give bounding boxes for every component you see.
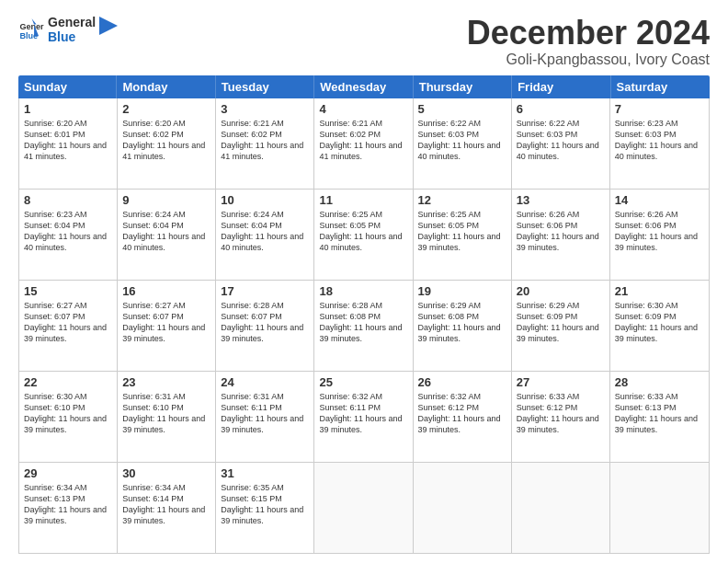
day-info: Sunrise: 6:26 AMSunset: 6:06 PMDaylight:… — [615, 209, 704, 254]
day-cell-12: 12Sunrise: 6:25 AMSunset: 6:05 PMDayligh… — [414, 190, 512, 280]
day-info: Sunrise: 6:35 AMSunset: 6:15 PMDaylight:… — [221, 482, 309, 527]
day-cell-9: 9Sunrise: 6:24 AMSunset: 6:04 PMDaylight… — [118, 190, 216, 280]
page: General Blue General Blue December 2024 … — [0, 0, 728, 563]
day-number: 19 — [418, 284, 506, 298]
day-cell-19: 19Sunrise: 6:29 AMSunset: 6:08 PMDayligh… — [414, 281, 512, 371]
day-number: 8 — [24, 193, 112, 207]
day-number: 15 — [24, 284, 112, 298]
day-cell-15: 15Sunrise: 6:27 AMSunset: 6:07 PMDayligh… — [19, 281, 118, 371]
header-day-friday: Friday — [512, 75, 610, 98]
day-cell-2: 2Sunrise: 6:20 AMSunset: 6:02 PMDaylight… — [118, 98, 216, 189]
header-day-sunday: Sunday — [18, 75, 117, 98]
day-info: Sunrise: 6:30 AMSunset: 6:10 PMDaylight:… — [24, 391, 112, 436]
calendar: SundayMondayTuesdayWednesdayThursdayFrid… — [18, 75, 710, 554]
day-cell-30: 30Sunrise: 6:34 AMSunset: 6:14 PMDayligh… — [118, 463, 216, 553]
day-cell-29: 29Sunrise: 6:34 AMSunset: 6:13 PMDayligh… — [19, 463, 118, 553]
day-number: 29 — [24, 466, 112, 480]
empty-cell-w4c6 — [610, 463, 709, 553]
day-info: Sunrise: 6:32 AMSunset: 6:12 PMDaylight:… — [418, 391, 506, 436]
day-cell-18: 18Sunrise: 6:28 AMSunset: 6:08 PMDayligh… — [314, 281, 413, 371]
header-day-wednesday: Wednesday — [314, 75, 413, 98]
day-number: 6 — [517, 102, 605, 116]
svg-marker-3 — [99, 17, 118, 35]
day-number: 28 — [615, 375, 704, 389]
day-info: Sunrise: 6:21 AMSunset: 6:02 PMDaylight:… — [221, 118, 309, 163]
day-cell-20: 20Sunrise: 6:29 AMSunset: 6:09 PMDayligh… — [512, 281, 610, 371]
day-number: 30 — [122, 466, 210, 480]
day-number: 11 — [319, 193, 407, 207]
day-number: 23 — [122, 375, 210, 389]
calendar-body: 1Sunrise: 6:20 AMSunset: 6:01 PMDaylight… — [18, 98, 710, 554]
day-info: Sunrise: 6:25 AMSunset: 6:05 PMDaylight:… — [418, 209, 506, 254]
day-number: 1 — [24, 102, 112, 116]
day-number: 31 — [221, 466, 309, 480]
week-row-2: 8Sunrise: 6:23 AMSunset: 6:04 PMDaylight… — [19, 190, 709, 281]
title-block: December 2024 Goli-Kpangbassou, Ivory Co… — [467, 15, 710, 68]
day-number: 17 — [221, 284, 309, 298]
day-info: Sunrise: 6:23 AMSunset: 6:04 PMDaylight:… — [24, 209, 112, 254]
day-number: 21 — [615, 284, 704, 298]
day-info: Sunrise: 6:24 AMSunset: 6:04 PMDaylight:… — [122, 209, 210, 254]
header: General Blue General Blue December 2024 … — [18, 15, 710, 68]
header-day-tuesday: Tuesday — [216, 75, 314, 98]
header-day-saturday: Saturday — [611, 75, 710, 98]
day-cell-3: 3Sunrise: 6:21 AMSunset: 6:02 PMDaylight… — [216, 98, 314, 189]
day-cell-27: 27Sunrise: 6:33 AMSunset: 6:12 PMDayligh… — [512, 372, 610, 462]
day-cell-26: 26Sunrise: 6:32 AMSunset: 6:12 PMDayligh… — [414, 372, 512, 462]
day-cell-24: 24Sunrise: 6:31 AMSunset: 6:11 PMDayligh… — [216, 372, 314, 462]
day-cell-5: 5Sunrise: 6:22 AMSunset: 6:03 PMDaylight… — [414, 98, 512, 189]
day-info: Sunrise: 6:24 AMSunset: 6:04 PMDaylight:… — [221, 209, 309, 254]
week-row-1: 1Sunrise: 6:20 AMSunset: 6:01 PMDaylight… — [19, 98, 709, 190]
day-cell-28: 28Sunrise: 6:33 AMSunset: 6:13 PMDayligh… — [610, 372, 709, 462]
day-cell-7: 7Sunrise: 6:23 AMSunset: 6:03 PMDaylight… — [610, 98, 709, 189]
day-info: Sunrise: 6:34 AMSunset: 6:14 PMDaylight:… — [122, 482, 210, 527]
month-title: December 2024 — [467, 15, 710, 52]
day-number: 4 — [319, 102, 407, 116]
day-cell-1: 1Sunrise: 6:20 AMSunset: 6:01 PMDaylight… — [19, 98, 118, 189]
day-number: 22 — [24, 375, 112, 389]
day-info: Sunrise: 6:31 AMSunset: 6:10 PMDaylight:… — [122, 391, 210, 436]
logo-icon: General Blue — [18, 17, 44, 42]
week-row-3: 15Sunrise: 6:27 AMSunset: 6:07 PMDayligh… — [19, 281, 709, 372]
day-cell-16: 16Sunrise: 6:27 AMSunset: 6:07 PMDayligh… — [118, 281, 216, 371]
day-info: Sunrise: 6:31 AMSunset: 6:11 PMDaylight:… — [221, 391, 309, 436]
day-number: 25 — [319, 375, 407, 389]
day-cell-14: 14Sunrise: 6:26 AMSunset: 6:06 PMDayligh… — [610, 190, 709, 280]
day-info: Sunrise: 6:32 AMSunset: 6:11 PMDaylight:… — [319, 391, 407, 436]
day-cell-13: 13Sunrise: 6:26 AMSunset: 6:06 PMDayligh… — [512, 190, 610, 280]
day-number: 7 — [615, 102, 704, 116]
day-number: 18 — [319, 284, 407, 298]
day-number: 9 — [122, 193, 210, 207]
empty-cell-w4c4 — [414, 463, 512, 553]
logo: General Blue General Blue — [18, 15, 118, 44]
day-cell-25: 25Sunrise: 6:32 AMSunset: 6:11 PMDayligh… — [314, 372, 413, 462]
day-info: Sunrise: 6:20 AMSunset: 6:01 PMDaylight:… — [24, 118, 112, 163]
day-info: Sunrise: 6:29 AMSunset: 6:08 PMDaylight:… — [418, 300, 506, 345]
day-info: Sunrise: 6:20 AMSunset: 6:02 PMDaylight:… — [122, 118, 210, 163]
day-info: Sunrise: 6:28 AMSunset: 6:07 PMDaylight:… — [221, 300, 309, 345]
day-cell-10: 10Sunrise: 6:24 AMSunset: 6:04 PMDayligh… — [216, 190, 314, 280]
day-cell-11: 11Sunrise: 6:25 AMSunset: 6:05 PMDayligh… — [314, 190, 413, 280]
week-row-5: 29Sunrise: 6:34 AMSunset: 6:13 PMDayligh… — [19, 463, 709, 553]
logo-blue: Blue — [48, 29, 96, 44]
empty-cell-w4c3 — [314, 463, 413, 553]
day-cell-22: 22Sunrise: 6:30 AMSunset: 6:10 PMDayligh… — [19, 372, 118, 462]
day-cell-8: 8Sunrise: 6:23 AMSunset: 6:04 PMDaylight… — [19, 190, 118, 280]
day-number: 13 — [517, 193, 605, 207]
day-number: 5 — [418, 102, 506, 116]
day-info: Sunrise: 6:25 AMSunset: 6:05 PMDaylight:… — [319, 209, 407, 254]
logo-flag-icon — [99, 17, 118, 42]
day-number: 3 — [221, 102, 309, 116]
calendar-header: SundayMondayTuesdayWednesdayThursdayFrid… — [18, 75, 710, 98]
day-cell-4: 4Sunrise: 6:21 AMSunset: 6:02 PMDaylight… — [314, 98, 413, 189]
day-info: Sunrise: 6:29 AMSunset: 6:09 PMDaylight:… — [517, 300, 605, 345]
day-info: Sunrise: 6:22 AMSunset: 6:03 PMDaylight:… — [517, 118, 605, 163]
day-cell-23: 23Sunrise: 6:31 AMSunset: 6:10 PMDayligh… — [118, 372, 216, 462]
location-subtitle: Goli-Kpangbassou, Ivory Coast — [467, 52, 710, 68]
week-row-4: 22Sunrise: 6:30 AMSunset: 6:10 PMDayligh… — [19, 372, 709, 463]
day-info: Sunrise: 6:33 AMSunset: 6:13 PMDaylight:… — [615, 391, 704, 436]
day-number: 26 — [418, 375, 506, 389]
day-info: Sunrise: 6:30 AMSunset: 6:09 PMDaylight:… — [615, 300, 704, 345]
day-cell-31: 31Sunrise: 6:35 AMSunset: 6:15 PMDayligh… — [216, 463, 314, 553]
day-info: Sunrise: 6:23 AMSunset: 6:03 PMDaylight:… — [615, 118, 704, 163]
